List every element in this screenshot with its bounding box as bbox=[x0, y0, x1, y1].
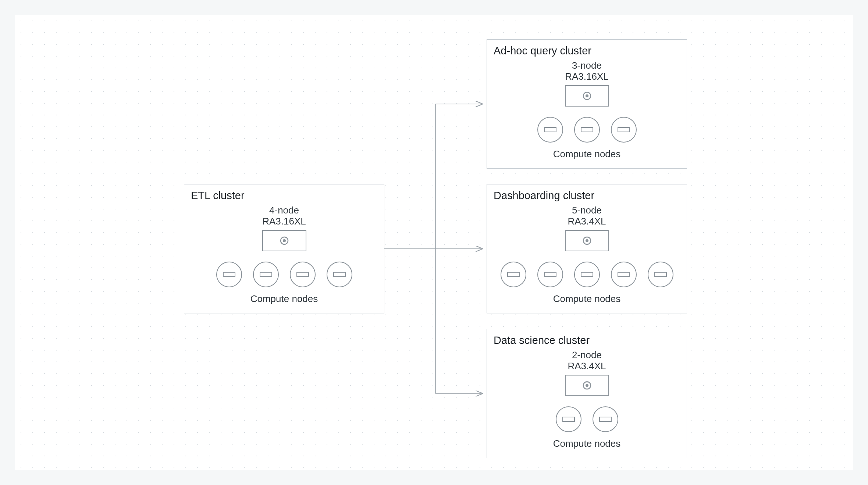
cluster-title: Dashboarding cluster bbox=[494, 190, 594, 202]
cluster-spec: 3-node RA3.16XL bbox=[487, 60, 687, 82]
cluster-spec: 4-node RA3.16XL bbox=[184, 205, 384, 227]
compute-node-icon bbox=[611, 262, 637, 287]
connector-arrows bbox=[15, 15, 854, 471]
cluster-title: Data science cluster bbox=[494, 334, 590, 346]
leader-node-icon bbox=[262, 230, 306, 251]
compute-node-icon bbox=[327, 262, 352, 287]
cluster-spec: 2-node RA3.4XL bbox=[487, 350, 687, 372]
compute-node-icon bbox=[290, 262, 316, 287]
compute-node-icon bbox=[611, 117, 637, 143]
compute-nodes-label: Compute nodes bbox=[487, 293, 687, 305]
compute-node-icon bbox=[648, 262, 673, 287]
leader-node-icon bbox=[565, 85, 609, 107]
compute-node-icon bbox=[501, 262, 526, 287]
svg-point-7 bbox=[586, 384, 588, 387]
compute-nodes-label: Compute nodes bbox=[487, 148, 687, 160]
compute-nodes-row bbox=[487, 117, 687, 143]
leader-node-icon bbox=[565, 230, 609, 251]
compute-node-icon bbox=[593, 406, 618, 432]
spec-instance-type: RA3.16XL bbox=[262, 216, 306, 227]
compute-node-icon bbox=[556, 406, 581, 432]
compute-node-icon bbox=[216, 262, 242, 287]
spec-nodes: 2-node bbox=[572, 349, 602, 360]
svg-point-3 bbox=[586, 94, 588, 97]
compute-node-icon bbox=[253, 262, 279, 287]
cluster-spec: 5-node RA3.4XL bbox=[487, 205, 687, 227]
compute-node-icon bbox=[537, 117, 563, 143]
spec-instance-type: RA3.4XL bbox=[568, 216, 606, 227]
svg-point-5 bbox=[586, 239, 588, 242]
diagram-canvas: ETL cluster 4-node RA3.16XL Compute node… bbox=[15, 15, 853, 470]
compute-nodes-label: Compute nodes bbox=[184, 293, 384, 305]
cluster-dashboard: Dashboarding cluster 5-node RA3.4XL Comp… bbox=[487, 184, 687, 313]
compute-node-icon bbox=[537, 262, 563, 287]
leader-node-icon bbox=[565, 375, 609, 396]
cluster-title: Ad-hoc query cluster bbox=[494, 45, 591, 57]
spec-instance-type: RA3.16XL bbox=[565, 71, 609, 82]
cluster-title: ETL cluster bbox=[191, 190, 245, 202]
cluster-datascience: Data science cluster 2-node RA3.4XL Comp… bbox=[487, 329, 687, 458]
spec-instance-type: RA3.4XL bbox=[568, 360, 606, 371]
svg-point-1 bbox=[283, 239, 286, 242]
compute-nodes-row bbox=[487, 406, 687, 432]
compute-nodes-row bbox=[487, 262, 687, 287]
spec-nodes: 3-node bbox=[572, 60, 602, 71]
cluster-etl: ETL cluster 4-node RA3.16XL Compute node… bbox=[184, 184, 384, 313]
cluster-adhoc: Ad-hoc query cluster 3-node RA3.16XL Com… bbox=[487, 39, 687, 169]
spec-nodes: 5-node bbox=[572, 205, 602, 216]
compute-nodes-label: Compute nodes bbox=[487, 438, 687, 449]
compute-nodes-row bbox=[184, 262, 384, 287]
spec-nodes: 4-node bbox=[269, 205, 299, 216]
compute-node-icon bbox=[574, 262, 600, 287]
compute-node-icon bbox=[574, 117, 600, 143]
